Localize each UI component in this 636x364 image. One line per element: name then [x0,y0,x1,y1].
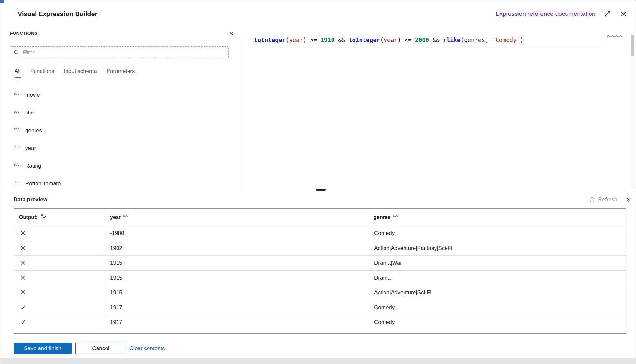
schema-item-rotton-tomato[interactable]: abcRotton Tomato [0,175,242,191]
table-header-row: Output: year abc genres abc [14,209,626,226]
close-icon[interactable]: × [621,9,627,19]
output-column-label: Output: [19,214,38,220]
expression-reference-link[interactable]: Expression reference documentation [496,10,595,17]
x-icon: × [20,259,26,267]
x-icon: × [20,229,26,238]
column-header-year[interactable]: year abc [104,209,368,226]
refresh-icon [589,197,595,203]
genres-cell: Action|Adventure|Sci-Fi [368,285,626,300]
search-icon [14,50,19,55]
clear-contents-link[interactable]: Clear contents [129,343,165,354]
year-cell: -1980 [104,226,368,241]
filter-box [10,46,229,58]
schema-item-rating[interactable]: abcRating [0,157,242,175]
divider-drag-handle[interactable] [316,189,326,191]
schema-item-label: title [25,110,34,116]
expression-editor[interactable]: toInteger(year) >= 1910 && toInteger(yea… [242,27,635,191]
string-type-icon: abc [14,145,25,149]
output-cell: ✓ [14,300,104,315]
table-row: ×-1980Comedy [14,226,626,241]
functions-panel-title: FUNCTIONS [10,31,37,36]
schema-item-label: genres [25,127,42,134]
schema-item-label: movie [25,92,40,98]
table-row: ×1902Action|Adventure|Fantasy|Sci-Fi [14,241,626,255]
text-cursor [524,37,524,44]
output-cell: × [14,256,104,270]
tab-input-schema[interactable]: Input schema [64,68,97,78]
functions-tabs: AllFunctionsInput schemaParameters [15,68,135,78]
genres-cell: Comedy [368,315,626,330]
year-cell: 1915 [104,271,368,285]
save-and-finish-button[interactable]: Save and finish [14,343,72,354]
column-header-output[interactable]: Output: [14,209,104,226]
table-row: ×1915Drama|War [14,255,626,270]
genres-cell: Comedy [368,300,626,315]
editor-scrollbar[interactable] [631,35,634,188]
schema-item-label: Rotton Tomato [25,181,61,187]
genres-cell: Comedy [368,226,626,241]
filter-input[interactable] [22,49,225,56]
column-header-genres[interactable]: genres abc [368,209,626,226]
schema-item-title[interactable]: abctitle [0,104,242,122]
titlebar: Visual Expression Builder Expression ref… [0,0,636,27]
output-cell: × [14,285,104,300]
refresh-button[interactable]: Refresh [589,196,617,203]
dialog-title: Visual Expression Builder [18,10,97,18]
check-icon: ✓ [20,334,26,334]
year-cell [104,330,368,334]
table-row: ✓1917Comedy [14,300,626,315]
string-type-icon: abc [14,92,25,95]
output-cell: × [14,226,104,241]
tab-parameters[interactable]: Parameters [107,68,135,78]
table-row: ×1915Drama [14,270,626,285]
string-type-icon: abc [14,109,25,113]
schema-item-list: abcmovieabctitleabcgenresabcyearabcRatin… [0,86,242,191]
tab-all[interactable]: All [15,68,21,78]
output-cell: ✓ [14,315,104,330]
schema-item-label: Rating [25,163,41,169]
functions-panel-header: FUNCTIONS « [0,27,242,39]
tab-functions[interactable]: Functions [30,68,54,78]
collapse-preview-icon[interactable] [626,197,631,202]
expression-output-icon [40,213,46,219]
table-row: ✓ [14,330,626,334]
functions-panel: FUNCTIONS « AllFunctionsInput schemaPara… [0,27,242,191]
scrollbar-thumb[interactable] [631,35,634,56]
output-cell: × [14,271,104,285]
current-line-rule [254,48,604,48]
data-preview-header: Data preview Refresh [0,191,636,208]
expand-dialog-icon[interactable] [604,10,611,17]
schema-item-label: year [25,145,36,152]
preview-table-body: ×-1980Comedy×1902Action|Adventure|Fantas… [14,226,626,334]
expression-code-line[interactable]: toInteger(year) >= 1910 && toInteger(yea… [254,36,524,44]
check-icon: ✓ [20,319,26,326]
x-icon: × [20,288,26,297]
genres-cell: Drama [368,271,626,285]
genres-cell: Drama|War [368,256,626,270]
table-row: ×1915Action|Adventure|Sci-Fi [14,285,626,300]
string-type-icon: abc [14,127,25,131]
year-cell: 1915 [104,256,368,270]
x-icon: × [20,244,26,252]
refresh-label: Refresh [598,196,617,203]
year-cell: 1915 [104,285,368,300]
collapse-panel-icon[interactable]: « [229,29,233,37]
footer-separator [0,339,636,339]
year-cell: 1917 [104,315,368,330]
string-type-icon: abc [14,162,25,166]
expression-tokens: toInteger(year) >= 1910 && toInteger(yea… [254,36,524,43]
year-cell: 1917 [104,300,368,315]
error-squiggle-marker [606,35,624,38]
check-icon: ✓ [20,304,26,311]
cancel-button[interactable]: Cancel [75,343,126,354]
genres-cell [368,330,626,334]
schema-item-genres[interactable]: abcgenres [0,122,242,139]
schema-item-movie[interactable]: abcmovie [0,86,242,104]
string-type-icon: abc [123,213,128,217]
year-column-label: year [110,214,121,220]
string-type-icon: abc [392,213,398,217]
string-type-icon: abc [14,180,25,184]
schema-item-year[interactable]: abcyear [0,139,242,157]
genres-column-label: genres [374,214,390,220]
genres-cell: Action|Adventure|Fantasy|Sci-Fi [368,241,626,255]
